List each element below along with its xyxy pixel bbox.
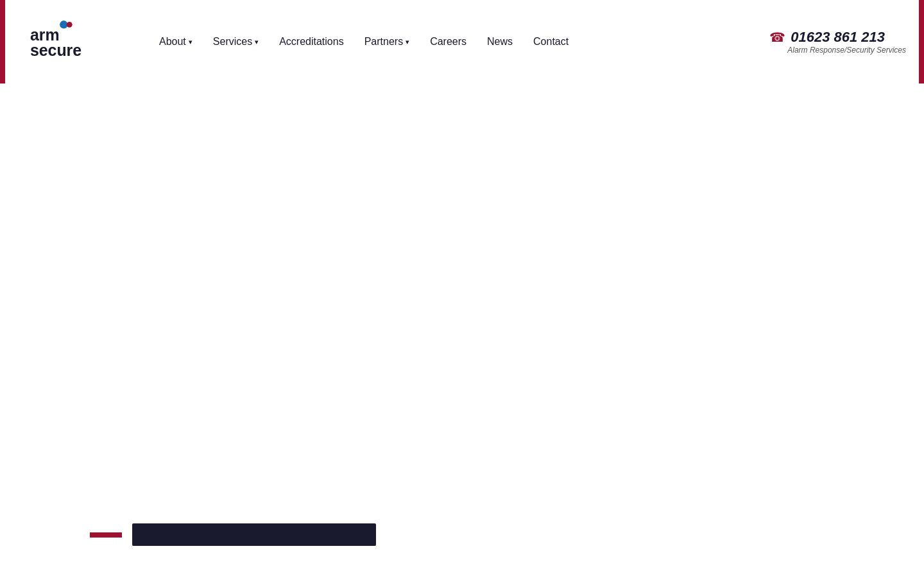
bottom-dark-bar	[132, 523, 376, 546]
nav-item-about[interactable]: About ▾	[159, 36, 193, 48]
chevron-down-icon: ▾	[255, 38, 259, 46]
nav-item-news[interactable]: News	[487, 36, 513, 48]
main-content	[0, 83, 924, 559]
bottom-hint	[90, 523, 376, 546]
header-right: ☎ 01623 861 213 Alarm Response/Security …	[769, 0, 924, 83]
nav-item-contact[interactable]: Contact	[533, 36, 569, 48]
logo-wrapper[interactable]: arm secure	[5, 16, 146, 67]
svg-point-3	[67, 22, 73, 28]
nav-item-partners[interactable]: Partners ▾	[364, 36, 409, 48]
nav-item-services[interactable]: Services ▾	[213, 36, 259, 48]
header-left: arm secure	[0, 0, 146, 83]
nav-item-careers[interactable]: Careers	[430, 36, 466, 48]
chevron-down-icon: ▾	[189, 38, 193, 46]
bottom-red-bar	[90, 532, 122, 538]
phone-top: ☎ 01623 861 213	[769, 29, 885, 46]
left-accent-bar	[0, 0, 5, 83]
right-accent-bar	[919, 0, 924, 83]
site-header: arm secure About ▾ Services ▾ Accreditat…	[0, 0, 924, 83]
nav-item-accreditations[interactable]: Accreditations	[279, 36, 344, 48]
logo: arm secure	[24, 16, 127, 67]
phone-icon: ☎	[769, 30, 785, 45]
svg-point-2	[60, 21, 67, 28]
main-nav: About ▾ Services ▾ Accreditations Partne…	[146, 36, 769, 48]
chevron-down-icon: ▾	[406, 38, 409, 46]
phone-number: 01623 861 213	[791, 29, 885, 46]
phone-subtitle: Alarm Response/Security Services	[769, 46, 906, 55]
phone-block: ☎ 01623 861 213 Alarm Response/Security …	[769, 29, 919, 55]
svg-text:secure: secure	[30, 41, 81, 59]
